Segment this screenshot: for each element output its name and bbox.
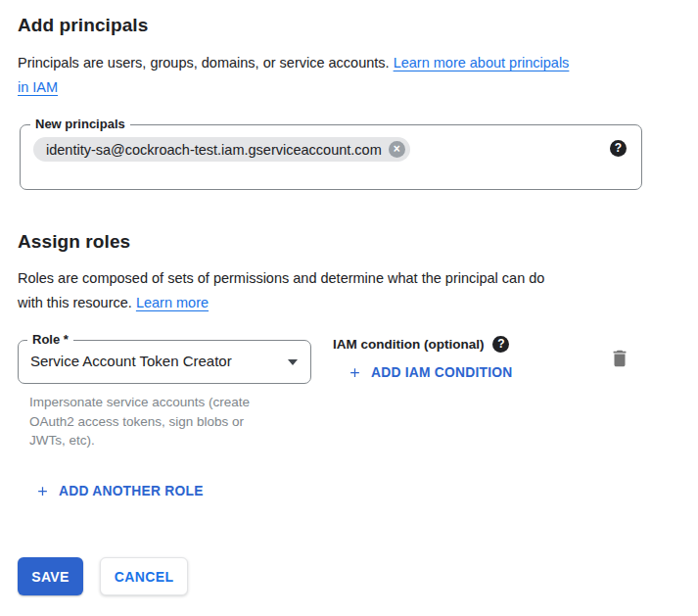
learn-more-roles-link[interactable]: Learn more [136,295,209,310]
new-principals-label: New principals [30,117,130,131]
role-label: Role * [27,332,73,347]
learn-more-principals-link-line1[interactable]: Learn more about principals [394,55,570,71]
trash-icon [609,348,630,369]
principals-help-icon[interactable]: ? [610,140,627,157]
plus-icon [348,365,362,380]
plus-icon [35,484,50,498]
role-helper-line3: JWTs, etc). [29,433,95,448]
add-principals-panel: Add principals Principals are users, gro… [0,0,698,616]
add-iam-condition-button[interactable]: ADD IAM CONDITION [348,365,513,380]
principal-chip: identity-sa@cockroach-test.iam.gservicea… [33,137,410,162]
new-principals-field[interactable]: New principals identity-sa@cockroach-tes… [20,124,642,190]
role-helper-line1: Impersonate service accounts (create [29,395,250,409]
roles-description-line2: with this resource. [18,295,136,310]
delete-role-button[interactable] [607,347,632,372]
add-principals-title: Add principals [18,15,148,36]
roles-description: Roles are composed of sets of permission… [18,266,652,315]
iam-condition-label: IAM condition (optional) [333,337,484,352]
role-select[interactable]: Role * Service Account Token Creator [18,340,311,384]
add-another-role-button[interactable]: ADD ANOTHER ROLE [35,484,204,498]
roles-description-line1: Roles are composed of sets of permission… [18,270,544,286]
chevron-down-icon [288,359,298,365]
role-selected-value: Service Account Token Creator [30,353,232,369]
learn-more-principals-link-line2[interactable]: in IAM [18,79,58,95]
assign-roles-title: Assign roles [18,231,130,253]
iam-condition-header: IAM condition (optional) ? [333,336,509,353]
save-button[interactable]: SAVE [18,557,83,595]
chip-remove-icon[interactable]: × [389,141,405,158]
add-another-role-label: ADD ANOTHER ROLE [59,484,204,498]
principals-description-text: Principals are users, groups, domains, o… [18,55,394,71]
principal-chip-text: identity-sa@cockroach-test.iam.gservicea… [46,142,382,158]
iam-condition-help-icon[interactable]: ? [492,336,509,353]
principals-description: Principals are users, groups, domains, o… [18,51,652,100]
role-helper-line2: OAuth2 access tokens, sign blobs or [29,414,244,429]
add-iam-condition-label: ADD IAM CONDITION [371,365,513,380]
role-helper-text: Impersonate service accounts (createOAut… [29,393,284,450]
cancel-button[interactable]: CANCEL [100,557,188,595]
